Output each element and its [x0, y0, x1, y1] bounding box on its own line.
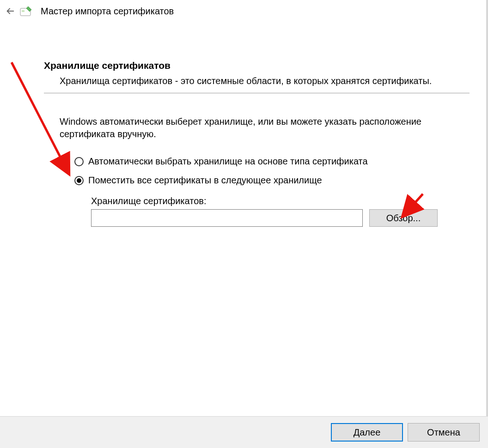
next-button[interactable]: Далее [331, 423, 403, 442]
browse-button[interactable]: Обзор... [369, 209, 438, 227]
wizard-header: Мастер импорта сертификатов [0, 0, 488, 18]
instruction-text: Windows автоматически выберет хранилище,… [44, 115, 470, 140]
radio-icon [74, 157, 84, 166]
window-right-edge [486, 0, 488, 448]
certificate-store-label: Хранилище сертификатов: [91, 196, 470, 206]
radio-auto-label: Автоматически выбрать хранилище на основ… [88, 156, 368, 167]
certificate-wizard-icon [19, 6, 34, 17]
svg-rect-2 [22, 10, 24, 12]
wizard-title: Мастер импорта сертификатов [41, 6, 174, 17]
cancel-button[interactable]: Отмена [408, 423, 480, 442]
section-description: Хранилища сертификатов - это системные о… [44, 75, 470, 87]
certificate-store-block: Хранилище сертификатов: Обзор... [44, 196, 470, 227]
radio-auto-select-store[interactable]: Автоматически выбрать хранилище на основ… [74, 156, 470, 167]
section-heading: Хранилище сертификатов [44, 60, 470, 71]
wizard-footer: Далее Отмена [0, 416, 488, 448]
radio-icon [74, 176, 84, 185]
wizard-content: Хранилище сертификатов Хранилища сертифи… [44, 60, 470, 227]
back-arrow-icon[interactable] [4, 5, 17, 18]
certificate-store-input[interactable] [91, 209, 363, 227]
radio-manual-label: Поместить все сертификаты в следующее хр… [88, 175, 322, 186]
radio-place-all-certificates[interactable]: Поместить все сертификаты в следующее хр… [74, 175, 470, 186]
divider [44, 93, 470, 93]
store-selection-radio-group: Автоматически выбрать хранилище на основ… [44, 156, 470, 186]
